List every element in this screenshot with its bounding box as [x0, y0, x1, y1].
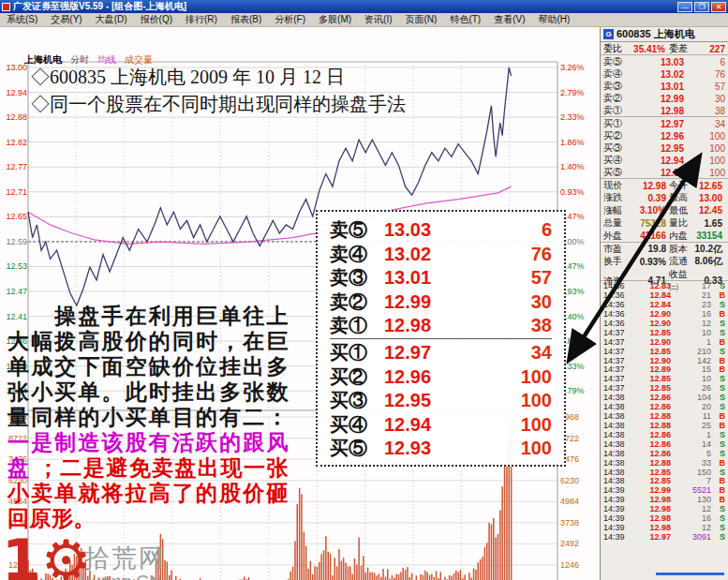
- pct-axis-label: 2.79%: [560, 88, 598, 97]
- zoom-order-row: 卖⑤13.036: [330, 217, 552, 242]
- order-volume: 6: [465, 219, 552, 241]
- order-price: 13.02: [631, 69, 684, 80]
- tick-direction-flag: B: [714, 485, 725, 495]
- tick-row: 14:3912.995521B: [601, 485, 728, 495]
- tick-volume: 16: [671, 513, 714, 523]
- info-row: 现价12.98今开12.65: [601, 179, 728, 191]
- tick-time: 14:39: [603, 485, 631, 495]
- menu-item-7[interactable]: 分析(F): [268, 13, 312, 26]
- tick-price: 12.85: [631, 468, 671, 477]
- price-axis-label: 13.00: [1, 63, 27, 72]
- menu-item-4[interactable]: 报价(Q): [134, 13, 179, 26]
- tick-volume: 1: [671, 430, 714, 439]
- order-level-label: 买①: [603, 117, 631, 130]
- tick-time: 14:37: [603, 347, 631, 356]
- tick-direction-flag: B: [714, 476, 725, 485]
- pct-axis-label: 1.86%: [560, 138, 598, 147]
- panel-order-row: 卖③13.0157: [601, 80, 728, 92]
- order-price: 13.01: [631, 82, 684, 92]
- order-volume: 57: [465, 267, 552, 289]
- menu-item-10[interactable]: 页面(N): [399, 13, 444, 26]
- annotation-line2: ◇同一个股票在不同时期出现同样的操盘手法: [31, 91, 406, 118]
- stock-name: 上海机电: [654, 27, 695, 41]
- menu-item-1[interactable]: 系统(S): [0, 13, 44, 26]
- tick-row: 14:3812.8620S: [601, 402, 728, 411]
- tick-time: 14:38: [603, 402, 631, 411]
- tick-volume: 12: [671, 523, 714, 532]
- order-price: 12.93: [631, 168, 684, 178]
- tick-volume: 11: [671, 411, 714, 421]
- menu-item-6[interactable]: 报表(B): [224, 13, 268, 26]
- order-volume: 38: [684, 106, 725, 116]
- tick-price: 12.98: [631, 523, 671, 532]
- tick-volume: 104: [671, 393, 714, 402]
- menu-item-13[interactable]: 帮助(H): [532, 13, 577, 26]
- info-label: 今开: [669, 179, 694, 192]
- menu-item-3[interactable]: 大盘(D): [89, 13, 134, 26]
- tick-direction-flag: B: [714, 458, 725, 468]
- order-level-label: 卖④: [603, 67, 631, 81]
- panel-order-row: 买⑤12.93100: [601, 166, 728, 178]
- menu-item-5[interactable]: 排行(R): [179, 13, 224, 26]
- restore-button[interactable]: ❐: [694, 2, 709, 12]
- tick-row: 14:3812.85150S: [601, 468, 728, 477]
- volume-axis-label: 4984: [560, 497, 598, 506]
- quote-panel-header[interactable]: G 600835 上海机电: [601, 26, 728, 42]
- order-level-label: 买③: [330, 388, 384, 413]
- volume-axis-label: 6230: [560, 476, 598, 485]
- tick-direction-flag: S: [714, 504, 725, 513]
- info-label: 外盘: [603, 230, 627, 243]
- tick-price: 12.86: [631, 402, 671, 411]
- zoom-order-row: 买④12.94100: [330, 412, 552, 437]
- order-volume: 100: [684, 168, 725, 178]
- tick-row: 14:3912.98130B: [601, 495, 728, 504]
- zoom-order-row: 买②12.96100: [330, 364, 552, 389]
- tick-direction-flag: S: [714, 513, 725, 523]
- order-volume: 100: [465, 438, 552, 459]
- menu-item-9[interactable]: 资讯(I): [358, 13, 398, 26]
- tick-price: 12.88: [631, 458, 671, 468]
- order-price: 12.97: [631, 119, 684, 129]
- stock-type-icon: G: [603, 29, 614, 39]
- tick-direction-flag: S: [714, 347, 725, 356]
- close-button[interactable]: ✕: [711, 2, 726, 12]
- tick-direction-flag: S: [714, 383, 725, 393]
- order-price: 13.03: [631, 57, 684, 67]
- tick-row: 14:3612.8423S: [601, 300, 728, 309]
- tick-row: 14:3912.9812S: [601, 504, 728, 513]
- tick-volume: 33: [671, 458, 714, 468]
- info-value: 0.93%: [627, 257, 669, 267]
- tick-direction-flag: S: [714, 523, 725, 532]
- tick-row: 14:3712.8526S: [601, 383, 728, 393]
- tick-row: 14:3612.9012S: [601, 319, 728, 328]
- menu-item-12[interactable]: 查看(V): [487, 13, 531, 26]
- info-value: 13.00: [694, 193, 725, 203]
- order-level-label: 卖⑤: [330, 217, 384, 243]
- menu-item-8[interactable]: 多股(M): [312, 13, 358, 26]
- tick-direction-flag: S: [714, 374, 725, 383]
- zoom-order-row: 卖②12.9930: [330, 290, 552, 314]
- tick-direction-flag: B: [714, 290, 725, 300]
- order-level-label: 卖②: [603, 92, 631, 105]
- weibi-row: 委比 35.41% 委差 227: [601, 42, 728, 55]
- price-axis-label: 12.82: [1, 138, 27, 147]
- info-value: 8.06亿: [694, 255, 725, 268]
- annotation-paragraph: 操盘手在利用巨单往上大幅拨高股价的同时，在巨单成交下面空缺价位挂出多张小买单。此…: [7, 304, 289, 531]
- info-label: 市盈: [603, 243, 627, 256]
- tick-price: 12.84: [631, 300, 671, 309]
- minimize-button[interactable]: —: [677, 2, 692, 12]
- order-volume: 30: [684, 94, 725, 104]
- order-level-label: 卖⑤: [603, 55, 631, 68]
- order-price: 13.01: [384, 267, 465, 289]
- info-row: 外盘42166内盘33154: [601, 230, 728, 243]
- order-volume: 57: [684, 82, 725, 92]
- menu-item-11[interactable]: 特色(T): [443, 13, 487, 26]
- tick-time: 14:36: [603, 290, 631, 300]
- tick-volume: 21: [671, 290, 714, 300]
- tick-list[interactable]: 14:3612.8317S14:3612.8421B14:3612.8423S1…: [601, 281, 728, 542]
- menu-item-2[interactable]: 交易(Y): [44, 13, 88, 26]
- info-row: 换手0.93%流通8.06亿: [601, 255, 728, 267]
- tick-row: 14:3812.865S: [601, 449, 728, 458]
- tick-volume: 17: [671, 281, 714, 290]
- tick-price: 12.90: [631, 309, 671, 319]
